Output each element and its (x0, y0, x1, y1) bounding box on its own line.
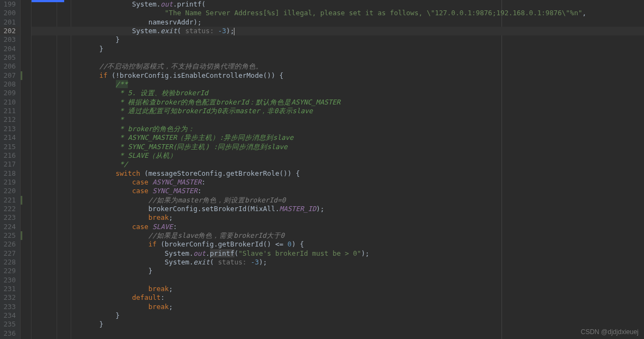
line-number[interactable]: 203 (0, 35, 20, 44)
line-number[interactable]: 220 (0, 187, 20, 195)
code-line[interactable]: } (32, 35, 644, 44)
code-line[interactable]: if (brokerConfig.getBrokerId() <= 0) { (32, 240, 644, 249)
code-line[interactable] (32, 276, 644, 285)
change-marker (21, 231, 22, 240)
line-number[interactable]: 227 (0, 249, 20, 258)
code-line[interactable]: * 根据检查broker的角色配置brokerId：默认角色是ASYNC_MAS… (32, 98, 644, 107)
token: brokerConfig.setBrokerId(MixAll. (148, 205, 280, 213)
code-line[interactable]: } (32, 267, 644, 275)
line-number[interactable]: 216 (0, 151, 20, 160)
code-line[interactable]: //不启动控制器模式，不支持自动切换代理的角色。 (32, 62, 644, 71)
token: * SYNC_MASTER(同步主机) :同步同步消息到slave (116, 143, 288, 151)
token: ); (316, 205, 324, 213)
token: ; (169, 303, 173, 311)
code-line[interactable]: * (32, 115, 644, 124)
token: break (148, 303, 169, 311)
code-area[interactable]: System.out.printf( "The Name Server Addr… (32, 0, 644, 339)
line-number[interactable]: 207 (0, 71, 20, 80)
line-number[interactable]: 212 (0, 115, 20, 124)
code-line[interactable]: */ (32, 160, 644, 169)
token: if (148, 240, 161, 248)
code-line[interactable]: //如果是slave角色，需要brokerId大于0 (32, 231, 644, 240)
line-number[interactable]: 202 (0, 27, 20, 35)
line-number[interactable]: 226 (0, 240, 20, 249)
token: */ (116, 160, 128, 168)
code-line[interactable]: * ASYNC_MASTER（异步主机）:异步同步消息到slave (32, 133, 644, 142)
line-number[interactable]: 233 (0, 303, 20, 311)
token: .printf( (173, 0, 206, 8)
line-number[interactable]: 236 (0, 329, 20, 338)
line-number[interactable]: 222 (0, 205, 20, 213)
code-line[interactable]: } (32, 311, 644, 320)
token: exit (160, 27, 177, 35)
code-line[interactable]: default: (32, 293, 644, 302)
code-line[interactable]: break; (32, 303, 644, 311)
code-line[interactable]: System.out.printf( (32, 0, 644, 9)
code-line[interactable] (32, 53, 644, 62)
line-number[interactable]: 235 (0, 320, 20, 329)
line-number[interactable]: 209 (0, 89, 20, 97)
line-number[interactable]: 221 (0, 196, 20, 205)
token: case (132, 187, 153, 195)
line-number[interactable]: 229 (0, 267, 20, 275)
line-number[interactable]: 205 (0, 53, 20, 62)
token: status: (185, 27, 218, 35)
line-number[interactable]: 210 (0, 98, 20, 107)
code-line[interactable]: namesrvAddr); (32, 18, 644, 27)
token: case (132, 178, 153, 186)
code-line[interactable]: switch (messageStoreConfig.getBrokerRole… (32, 169, 644, 178)
line-number[interactable]: 199 (0, 0, 20, 9)
line-number[interactable]: 232 (0, 293, 20, 302)
line-number[interactable]: 204 (0, 45, 20, 53)
fold-column[interactable] (21, 0, 32, 339)
line-number[interactable]: 211 (0, 107, 20, 115)
line-number[interactable]: 230 (0, 276, 20, 285)
line-number[interactable]: 201 (0, 18, 20, 27)
token: * 5. 设置、校验brokerId (116, 89, 208, 97)
code-line[interactable]: } (32, 45, 644, 53)
code-line[interactable]: //如果为master角色，则设置brokerId=0 (32, 196, 644, 205)
code-line[interactable]: * 5. 设置、校验brokerId (32, 89, 644, 97)
code-line[interactable]: brokerConfig.setBrokerId(MixAll.MASTER_I… (32, 205, 644, 213)
token: ); (226, 27, 234, 35)
line-number[interactable]: 223 (0, 213, 20, 222)
code-line[interactable]: if (!brokerConfig.isEnableControllerMode… (32, 71, 644, 80)
line-number[interactable]: 208 (0, 80, 20, 89)
code-line[interactable]: /** (32, 80, 644, 89)
code-line[interactable]: } (32, 320, 644, 329)
code-line[interactable]: case SLAVE: (32, 223, 644, 231)
code-line[interactable]: System.out.printf("Slave's brokerId must… (32, 249, 644, 258)
token: switch (116, 169, 145, 177)
token: 0 (288, 240, 292, 248)
code-line[interactable]: System.exit( status: -3); (32, 258, 644, 267)
line-number[interactable]: 219 (0, 178, 20, 187)
token: * ASYNC_MASTER（异步主机）:异步同步消息到slave (116, 133, 294, 141)
token: System. (165, 249, 194, 257)
code-line[interactable]: * broker的角色分为： (32, 125, 644, 133)
code-line[interactable]: "The Name Server Address[%s] illegal, pl… (32, 9, 644, 17)
line-number[interactable]: 225 (0, 231, 20, 240)
line-number[interactable]: 228 (0, 258, 20, 267)
code-line[interactable]: System.exit( status: -3); (32, 27, 644, 35)
code-line[interactable]: break; (32, 285, 644, 293)
code-editor[interactable]: 1992002012022032042052062072082092102112… (0, 0, 644, 339)
code-line[interactable]: case ASYNC_MASTER: (32, 178, 644, 187)
code-line[interactable]: break; (32, 213, 644, 222)
line-number[interactable]: 215 (0, 143, 20, 151)
line-number[interactable]: 234 (0, 311, 20, 320)
line-number[interactable]: 217 (0, 160, 20, 169)
line-number[interactable]: 206 (0, 62, 20, 71)
code-line[interactable]: * SYNC_MASTER(同步主机) :同步同步消息到slave (32, 143, 644, 151)
line-number[interactable]: 213 (0, 125, 20, 133)
line-number[interactable]: 214 (0, 133, 20, 142)
line-number[interactable]: 218 (0, 169, 20, 178)
code-line[interactable]: case SYNC_MASTER: (32, 187, 644, 195)
line-number[interactable]: 224 (0, 223, 20, 231)
code-line[interactable]: * 通过此配置可知brokerId为0表示master，非0表示slave (32, 107, 644, 115)
token: -3 (251, 258, 259, 266)
line-number[interactable]: 231 (0, 285, 20, 293)
code-line[interactable]: * SLAVE（从机） (32, 151, 644, 160)
line-number-gutter[interactable]: 1992002012022032042052062072082092102112… (0, 0, 21, 339)
line-number[interactable]: 200 (0, 9, 20, 17)
code-line[interactable] (32, 329, 644, 338)
